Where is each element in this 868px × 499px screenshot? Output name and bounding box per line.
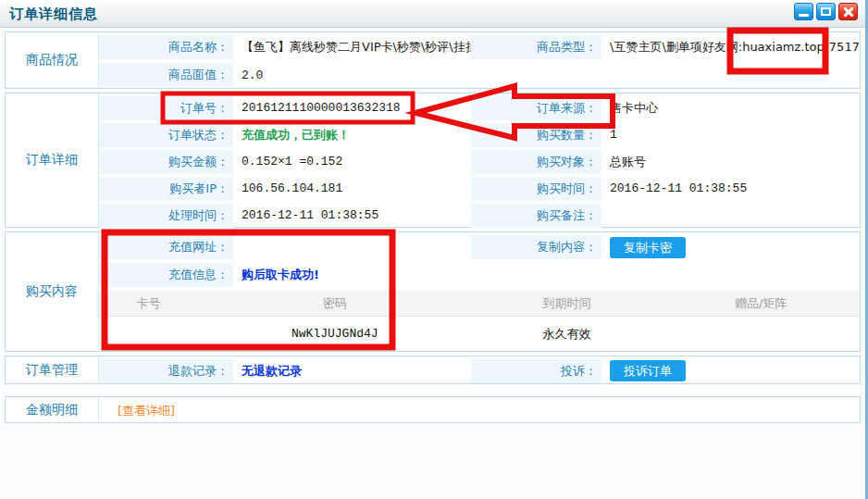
maximize-button[interactable] — [816, 3, 836, 20]
recharge-info-value: 购后取卡成功! — [233, 267, 471, 283]
copy-content-label: 复制内容： — [471, 235, 601, 259]
window-controls — [794, 3, 858, 20]
product-face-label: 商品面值： — [99, 63, 233, 87]
section-order-management: 订单管理 退款记录： 无退款记录 投诉： 投诉订单 — [5, 356, 861, 384]
section-purchase-content: 购买内容 充值网址： 复制内容： 复制卡密 充值信息： 购后取卡成功! — [5, 231, 861, 352]
minimize-icon — [799, 14, 809, 17]
section-amount-detail: 金额明细 [查看详细] — [5, 396, 861, 423]
product-type-label: 商品类型： — [471, 35, 601, 59]
recharge-info-label: 充值信息： — [99, 263, 233, 287]
col-gift-matrix: 赠品/矩阵 — [662, 295, 860, 312]
refund-record-value: 无退款记录 — [233, 363, 471, 380]
complaint-label: 投诉： — [471, 359, 601, 383]
buyer-ip-value: 106.56.104.181 — [233, 181, 471, 195]
order-number-value: 2016121110000013632318 — [233, 101, 471, 115]
refund-record-label: 退款记录： — [99, 359, 233, 383]
page-title: 订单详细信息 — [9, 6, 98, 23]
buy-target-value: 总账号 — [601, 154, 860, 170]
product-name-label: 商品名称： — [99, 35, 233, 59]
section-purchase-header: 购买内容 — [6, 232, 99, 351]
section-amount-header: 金额明细 — [6, 397, 99, 422]
col-expiry: 到期时间 — [472, 295, 663, 312]
col-password: 密码 — [198, 295, 472, 312]
copy-card-secret-button[interactable]: 复制卡密 — [610, 237, 686, 258]
buy-amount-value: 0.152×1 =0.152 — [233, 155, 471, 168]
card-expiry-cell: 永久有效 — [472, 326, 663, 343]
maximize-icon — [821, 7, 831, 16]
col-card-number: 卡号 — [99, 295, 198, 312]
buy-remark-label: 购买备注： — [471, 204, 601, 228]
order-number-label: 订单号： — [99, 96, 233, 120]
order-status-value: 充值成功，已到账！ — [233, 127, 471, 143]
view-detail-link[interactable]: [查看详细] — [99, 403, 860, 419]
section-product: 商品情况 商品名称： 【鱼飞】离线秒赞二月VIP卡\秒赞\秒评\挂挂 商品类型：… — [5, 31, 861, 89]
process-time-value: 2016-12-11 01:38:55 — [233, 208, 471, 222]
close-button[interactable] — [838, 3, 858, 20]
title-bar: 订单详细信息 — [0, 0, 865, 28]
recharge-url-label: 充值网址： — [99, 235, 233, 259]
product-type-value: \互赞主页\删单项好友网:huaxiamz.top(7517 — [601, 39, 860, 56]
order-status-label: 订单状态： — [99, 123, 233, 147]
minimize-button[interactable] — [794, 3, 813, 20]
buyer-ip-label: 购买者IP： — [99, 177, 233, 201]
buy-amount-label: 购买金额： — [99, 150, 233, 174]
section-order-header: 订单详细 — [6, 94, 99, 227]
product-face-value: 2.0 — [233, 69, 471, 82]
product-name-value: 【鱼飞】离线秒赞二月VIP卡\秒赞\秒评\挂挂 — [233, 39, 471, 56]
buy-time-value: 2016-12-11 01:38:55 — [601, 181, 860, 195]
card-password-cell: NwKlJUJGNd4J — [198, 327, 472, 341]
buy-quantity-label: 购买数量： — [471, 123, 601, 147]
card-table-header: 卡号 密码 到期时间 赠品/矩阵 — [99, 291, 860, 317]
order-detail-dialog: 订单详细信息 商品情况 商品名称： 【鱼飞】离线秒赞二月VIP卡\秒赞\秒评\挂… — [0, 0, 868, 499]
complain-order-button[interactable]: 投诉订单 — [610, 360, 686, 381]
section-management-header: 订单管理 — [6, 356, 99, 383]
order-source-label: 订单来源： — [471, 96, 601, 120]
buy-time-label: 购买时间： — [471, 177, 601, 201]
order-source-value: 售卡中心 — [601, 100, 860, 117]
buy-target-label: 购买对象： — [471, 150, 601, 174]
table-row: NwKlJUJGNd4J 永久有效 — [99, 317, 860, 351]
section-product-header: 商品情况 — [6, 32, 99, 88]
buy-quantity-value: 1 — [601, 128, 860, 142]
process-time-label: 处理时间： — [99, 204, 233, 228]
card-table: 卡号 密码 到期时间 赠品/矩阵 NwKlJUJGNd4J 永久有效 — [99, 291, 860, 351]
section-order-detail: 订单详细 订单号： 2016121110000013632318 订单来源： 售… — [5, 93, 861, 228]
